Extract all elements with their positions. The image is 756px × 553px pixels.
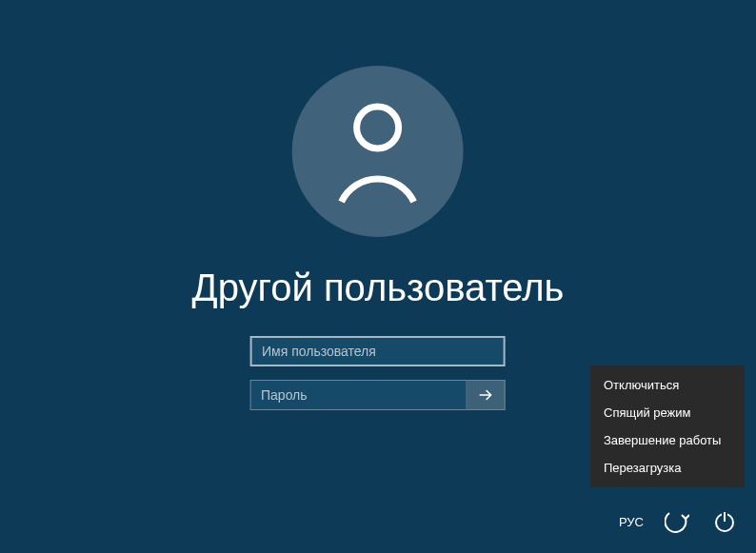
submit-button[interactable] [468,380,506,410]
svg-point-0 [357,107,399,148]
ease-of-access-button[interactable] [663,507,691,536]
language-indicator[interactable]: РУС [619,515,644,529]
user-icon [330,99,426,204]
page-title: Другой пользователь [192,264,565,311]
username-input[interactable] [250,336,506,366]
power-menu-item-shutdown[interactable]: Завершение работы [590,426,745,454]
power-menu-item-sleep[interactable]: Спящий режим [590,399,745,426]
password-wrap [250,380,506,410]
username-wrap [250,336,506,366]
power-button[interactable] [710,507,739,536]
power-menu-item-restart[interactable]: Перезагрузка [590,454,745,482]
login-form [250,336,506,410]
bottom-bar: РУС [619,507,739,536]
power-icon [713,510,736,533]
password-input[interactable] [250,380,468,410]
power-menu: Отключиться Спящий режим Завершение рабо… [590,365,745,487]
avatar [292,66,464,237]
power-menu-item-disconnect[interactable]: Отключиться [590,371,745,399]
login-panel: Другой пользователь [192,66,565,410]
ease-of-access-icon [665,509,689,534]
arrow-right-icon [477,385,496,405]
